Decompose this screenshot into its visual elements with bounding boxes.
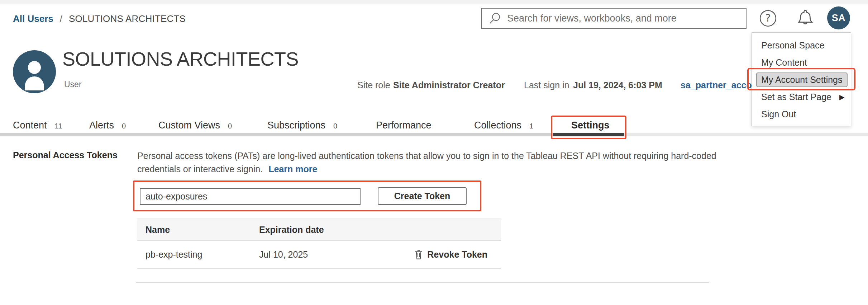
token-table: Name Expiration date pb-exp-testing Jul … (137, 219, 501, 269)
notifications-button[interactable] (796, 8, 814, 28)
active-tab-indicator (553, 133, 624, 136)
token-expiration-cell: Jul 10, 2025 (259, 249, 308, 260)
revoke-token-label: Revoke Token (427, 249, 487, 260)
tabs-underline-track-left (0, 133, 553, 136)
section-divider (136, 282, 709, 283)
user-avatar-button[interactable]: SA (827, 6, 850, 29)
account-menu: Personal Space My Content My Account Set… (752, 32, 851, 126)
pat-description: Personal access tokens (PATs) are long-l… (137, 149, 716, 176)
menu-item-set-as-start-page[interactable]: Set as Start Page▶ (752, 88, 851, 105)
breadcrumb-separator: / (60, 13, 62, 24)
pat-section-heading: Personal Access Tokens (13, 150, 118, 160)
page-title: SOLUTIONS ARCHITECTS (62, 48, 299, 70)
tab-alerts-count: 0 (122, 122, 126, 130)
menu-item-sign-out[interactable]: Sign Out (752, 105, 851, 123)
create-token-button[interactable]: Create Token (378, 187, 467, 205)
tab-collections-count: 1 (529, 122, 533, 130)
global-search[interactable] (481, 8, 747, 29)
column-expiration-date: Expiration date (259, 225, 501, 235)
tab-content[interactable]: Content11 (13, 120, 62, 131)
tab-collections[interactable]: Collections1 (474, 120, 533, 131)
learn-more-link[interactable]: Learn more (268, 164, 317, 174)
pat-description-line2: credentials or interactive signin.Learn … (137, 163, 716, 176)
menu-item-my-content[interactable]: My Content (752, 54, 851, 71)
tab-content-count: 11 (55, 122, 62, 130)
breadcrumb-all-users-link[interactable]: All Users (13, 13, 53, 24)
bell-icon (796, 8, 814, 28)
submenu-arrow-icon: ▶ (839, 93, 845, 101)
site-role-value: Site Administrator Creator (393, 80, 505, 90)
menu-item-my-account-settings[interactable]: My Account Settings (752, 71, 851, 88)
search-input[interactable] (507, 13, 736, 24)
pat-description-line1: Personal access tokens (PATs) are long-l… (137, 149, 716, 163)
tab-custom-views[interactable]: Custom Views0 (158, 120, 232, 131)
profile-avatar (13, 50, 56, 93)
user-settings-page: All Users/SOLUTIONS ARCHITECTS ? SA SOLU… (0, 0, 868, 305)
revoke-token-button[interactable]: Revoke Token (414, 249, 501, 260)
breadcrumb: All Users/SOLUTIONS ARCHITECTS (13, 13, 186, 24)
breadcrumb-current: SOLUTIONS ARCHITECTS (69, 13, 186, 24)
tab-alerts[interactable]: Alerts0 (89, 120, 126, 131)
menu-item-personal-space[interactable]: Personal Space (752, 37, 851, 54)
person-icon (13, 50, 56, 93)
last-sign-in-value: Jul 19, 2024, 6:03 PM (573, 80, 662, 90)
trash-icon (414, 249, 423, 260)
help-button[interactable]: ? (759, 9, 777, 27)
column-name: Name (146, 225, 259, 235)
tab-settings[interactable]: Settings (571, 120, 610, 131)
token-name-input[interactable] (140, 188, 361, 205)
tab-subscriptions-count: 0 (333, 122, 337, 130)
last-sign-in-label: Last sign in (524, 80, 569, 90)
svg-text:?: ? (766, 12, 771, 24)
help-icon: ? (759, 9, 777, 27)
tab-subscriptions[interactable]: Subscriptions0 (267, 120, 337, 131)
my-account-settings-highlight: My Account Settings (756, 72, 848, 87)
site-role-label: Site role (357, 80, 390, 90)
tab-performance[interactable]: Performance (376, 120, 431, 131)
top-strip (0, 0, 868, 4)
token-table-header: Name Expiration date (137, 219, 501, 241)
profile-type-label: User (64, 80, 82, 89)
token-table-row: pb-exp-testing Jul 10, 2025 Revoke Token (137, 241, 501, 269)
tab-custom-views-count: 0 (228, 122, 232, 130)
username-link[interactable]: sa_partner_accou (681, 80, 757, 90)
token-name-cell: pb-exp-testing (146, 249, 259, 260)
search-icon (488, 12, 501, 25)
